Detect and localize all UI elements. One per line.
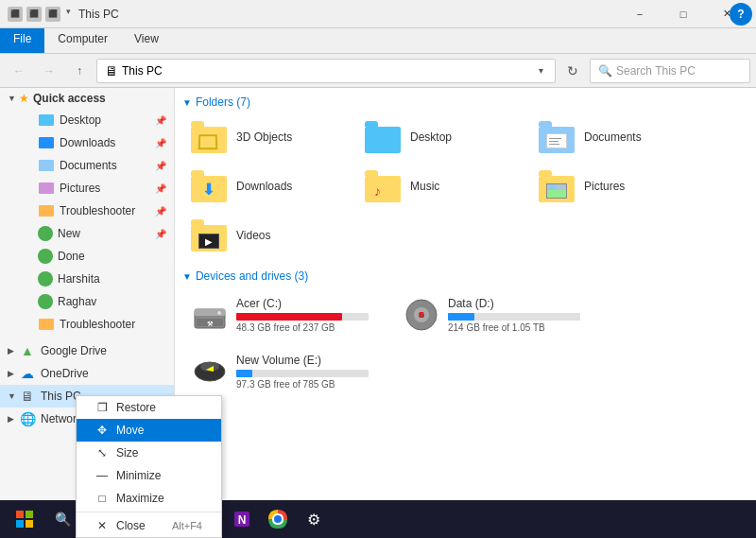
move-label: Move (116, 424, 144, 437)
pictures-folder-icon (38, 180, 55, 197)
svg-rect-13 (16, 520, 24, 528)
sidebar-item-new[interactable]: New 📌 (19, 222, 174, 245)
sidebar-item-raghav[interactable]: Raghav (19, 290, 174, 313)
sidebar-item-downloads[interactable]: Downloads 📌 (19, 131, 174, 154)
address-dropdown[interactable]: ▾ (535, 65, 547, 76)
thispc-arrow: ▼ (8, 391, 19, 401)
folders-chevron: ▼ (182, 97, 192, 108)
folder-item-pictures[interactable]: Pictures (530, 164, 700, 209)
ribbon-tabs[interactable]: File Computer View (0, 28, 756, 53)
address-bar[interactable]: 🖥 This PC ▾ (96, 59, 556, 83)
troubleshooter2-folder-icon (38, 316, 55, 333)
context-menu-maximize[interactable]: □ Maximize (77, 487, 221, 510)
context-menu-close[interactable]: ✕ Close Alt+F4 (77, 514, 221, 537)
size-icon: ⤡ (95, 446, 109, 460)
quick-access-header[interactable]: ▼ ★ Quick access (0, 88, 174, 109)
folder-desktop-label: Desktop (410, 130, 452, 144)
context-menu-minimize[interactable]: — Minimize (77, 464, 221, 487)
folder-music-label: Music (410, 180, 439, 193)
minimize-button[interactable]: − (618, 0, 662, 28)
sidebar-item-onedrive[interactable]: ▶ ☁ OneDrive (0, 362, 174, 385)
drive-e-bar-bg (236, 370, 369, 377)
close-icon: ✕ (95, 519, 109, 532)
network-arrow: ▶ (8, 414, 19, 424)
tab-view[interactable]: View (121, 28, 172, 53)
restore-label: Restore (116, 401, 156, 414)
tab-file[interactable]: File (0, 28, 44, 53)
folders-grid: 3D Objects Desktop (182, 114, 748, 258)
folder-downloads-icon: ⬇ (191, 167, 229, 205)
context-menu-restore[interactable]: ❐ Restore (77, 396, 221, 419)
drive-e-size: 97.3 GB free of 785 GB (236, 379, 382, 390)
restore-icon: ❐ (95, 401, 109, 414)
folder-item-documents[interactable]: Documents (530, 114, 700, 160)
taskbar-onenote[interactable]: N (225, 502, 259, 536)
pin-icon: 📌 (155, 138, 166, 148)
sidebar-item-troubleshooter2[interactable]: Troubleshooter (19, 313, 174, 336)
svg-point-2 (217, 311, 221, 315)
folder-pictures-icon (539, 167, 576, 205)
up-button[interactable]: ↑ (66, 58, 93, 84)
drive-c-icon: ⚒ (191, 296, 229, 334)
title-bar-icons: ⬛ ⬛ ⬛ ▾ (8, 7, 71, 22)
gdrive-arrow: ▶ (8, 346, 19, 356)
taskbar-settings[interactable]: ⚙ (297, 502, 331, 536)
drives-grid: ⚒ Acer (C:) 48.3 GB free of 237 GB (182, 288, 748, 398)
start-button[interactable] (6, 502, 43, 536)
search-box[interactable]: 🔍 Search This PC (590, 59, 750, 83)
drive-item-d[interactable]: S Data (D:) 214 GB free of 1.05 TB (394, 288, 602, 341)
pin-icon: 📌 (155, 206, 166, 217)
svg-text:N: N (238, 513, 247, 527)
folder-videos-icon: ▶ (191, 217, 229, 254)
context-menu-size[interactable]: ⤡ Size (77, 442, 221, 464)
back-button[interactable]: ← (6, 58, 32, 84)
sidebar-item-harshita[interactable]: Harshita (19, 268, 174, 290)
drive-c-bar (236, 313, 342, 321)
drive-e-icon (191, 353, 229, 390)
folders-section-header[interactable]: ▼ Folders (7) (182, 95, 748, 109)
help-button[interactable]: ? (730, 3, 752, 26)
folder-documents-label: Documents (584, 130, 642, 144)
context-menu-separator (77, 512, 221, 512)
folder-item-videos[interactable]: ▶ Videos (182, 213, 352, 258)
sidebar-item-done[interactable]: Done (19, 245, 174, 268)
sidebar-item-gdrive[interactable]: ▶ ▲ Google Drive (0, 339, 174, 362)
folder-item-downloads[interactable]: ⬇ Downloads (182, 164, 352, 209)
refresh-button[interactable]: ↻ (559, 58, 586, 84)
folder-item-music[interactable]: ♪ Music (356, 164, 526, 209)
context-menu-move[interactable]: ✥ Move (77, 419, 221, 442)
quick-access-icon: ★ (19, 92, 29, 105)
drive-item-e[interactable]: New Volume (E:) 97.3 GB free of 785 GB (182, 345, 390, 398)
drive-item-c[interactable]: ⚒ Acer (C:) 48.3 GB free of 237 GB (182, 288, 390, 341)
svg-rect-14 (26, 520, 33, 528)
sidebar-quick-access-items: Desktop 📌 Downloads 📌 Documents 📌 Pictur… (0, 109, 174, 336)
close-label: Close (116, 519, 146, 532)
sidebar-item-troubleshooter1[interactable]: Troubleshooter 📌 (19, 200, 174, 222)
folder-item-3dobjects[interactable]: 3D Objects (182, 114, 352, 160)
folder-music-icon: ♪ (365, 167, 403, 205)
ribbon: File Computer View (0, 28, 756, 54)
context-menu: ❐ Restore ✥ Move ⤡ Size — Minimize □ Max… (76, 395, 222, 538)
sidebar-item-pictures[interactable]: Pictures 📌 (19, 177, 174, 200)
raghav-icon (38, 294, 53, 309)
maximize-button[interactable]: □ (662, 0, 705, 28)
devices-chevron: ▼ (182, 271, 192, 282)
folder-item-desktop[interactable]: Desktop (356, 114, 526, 160)
folder-3dobjects-icon (191, 118, 229, 156)
taskbar-search[interactable]: 🔍 (45, 502, 79, 536)
drive-e-name: New Volume (E:) (236, 354, 382, 367)
gdrive-label: Google Drive (41, 344, 166, 357)
drive-d-name: Data (D:) (448, 297, 593, 310)
folder-pictures-label: Pictures (584, 180, 625, 193)
quick-access-arrow: ▼ (8, 94, 19, 103)
tab-computer[interactable]: Computer (44, 28, 121, 53)
sidebar-item-desktop[interactable]: Desktop 📌 (19, 109, 174, 131)
title-bar-icon-2: ⬛ (26, 7, 42, 22)
done-icon (38, 249, 53, 264)
taskbar-chrome[interactable] (261, 502, 295, 536)
devices-section-header[interactable]: ▼ Devices and drives (3) (182, 269, 748, 283)
sidebar-item-documents[interactable]: Documents 📌 (19, 154, 174, 177)
forward-button[interactable]: → (36, 58, 62, 84)
search-placeholder: Search This PC (616, 64, 696, 78)
folder-documents-icon (539, 118, 576, 156)
